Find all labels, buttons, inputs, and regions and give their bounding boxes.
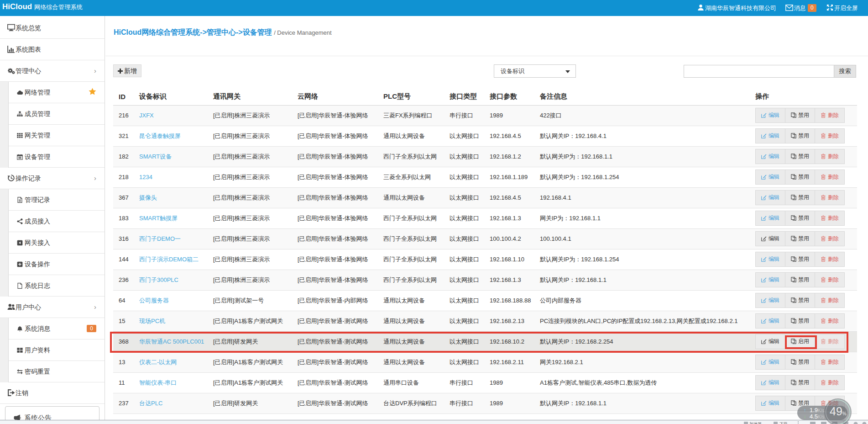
svg-text:下载: 下载 [779, 422, 788, 424]
svg-text:加速器: 加速器 [749, 422, 762, 424]
